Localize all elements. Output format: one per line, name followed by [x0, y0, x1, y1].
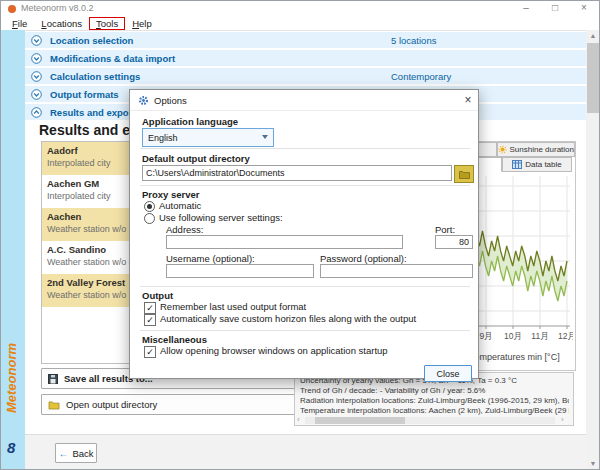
meteonorm-window: Meteonorm v8.0.2 – □ × File Locations To…	[0, 0, 600, 470]
password-input[interactable]	[320, 264, 473, 278]
username-label: Username (optional):	[166, 253, 255, 264]
output-dir-input[interactable]	[142, 165, 452, 181]
svg-text:12月: 12月	[558, 331, 573, 341]
version-number: 8	[7, 439, 15, 456]
chevron-down-icon	[31, 53, 42, 64]
output-dir-label: Default output directory	[142, 153, 250, 164]
svg-text:9月: 9月	[479, 331, 492, 341]
dialog-close-icon[interactable]: ×	[460, 92, 476, 108]
back-button[interactable]: ← Back	[55, 443, 97, 463]
menu-locations[interactable]: Locations	[34, 17, 89, 30]
menu-file[interactable]: File	[5, 17, 34, 30]
chevron-down-icon	[31, 35, 42, 46]
proxy-label: Proxy server	[142, 189, 200, 200]
accordion-modifications[interactable]: Modifications & data import	[25, 50, 586, 66]
window-title: Meteonorm v8.0.2	[21, 3, 94, 13]
save-icon	[48, 374, 58, 384]
horizontal-scrollbar[interactable]	[305, 417, 555, 424]
scroll-up-icon[interactable]: ▲	[586, 30, 600, 42]
close-window-button[interactable]: ×	[576, 2, 592, 14]
minimize-button[interactable]: –	[518, 2, 534, 14]
chart-legend: Temperatures min [°C]	[470, 352, 560, 362]
menu-help[interactable]: Help	[125, 17, 159, 30]
accordion-location-selection[interactable]: Location selection 5 locations	[25, 32, 586, 48]
brand-text: Meteonorm	[4, 333, 22, 423]
scroll-down-icon[interactable]: ▼	[586, 458, 600, 470]
browser-startup-checkbox[interactable]	[144, 346, 156, 358]
folder-icon	[459, 170, 470, 179]
menu-bar: File Locations Tools Help	[1, 16, 599, 31]
address-input[interactable]	[166, 235, 403, 249]
port-label: Port:	[435, 224, 455, 235]
maximize-button[interactable]: □	[547, 2, 563, 14]
scroll-right-icon[interactable]: ›	[561, 415, 564, 424]
svg-text:10月: 10月	[504, 331, 522, 341]
accordion-calculation-settings[interactable]: Calculation settings Contemporary	[25, 68, 586, 84]
sun-icon	[498, 145, 507, 154]
chevron-down-icon	[262, 135, 268, 139]
scroll-left-icon[interactable]: ‹	[297, 415, 300, 424]
save-horizon-checkbox[interactable]	[144, 314, 156, 326]
address-label: Address:	[166, 224, 204, 235]
menu-tools[interactable]: Tools	[89, 17, 125, 30]
svg-text:11月: 11月	[531, 331, 548, 341]
gear-icon	[138, 95, 149, 106]
back-arrow-icon: ←	[58, 448, 68, 459]
chevron-down-icon	[31, 71, 42, 82]
proxy-manual-radio[interactable]	[144, 213, 155, 224]
bottom-bar	[25, 434, 586, 470]
language-label: Application language	[142, 116, 238, 127]
chevron-up-icon	[31, 107, 42, 118]
table-icon	[512, 160, 522, 169]
tab-sunshine-duration[interactable]: Sunshine duration	[497, 142, 576, 157]
close-button[interactable]: Close	[424, 365, 472, 382]
tab-data-table[interactable]: Data table	[502, 157, 572, 172]
misc-section-label: Miscellaneous	[142, 334, 207, 345]
scrollbar-thumb[interactable]	[315, 417, 405, 424]
location-count: 5 locations	[391, 35, 436, 46]
language-select[interactable]: English	[142, 128, 274, 147]
options-dialog: Options × Application language English D…	[129, 89, 479, 379]
proxy-automatic-radio[interactable]	[144, 201, 155, 212]
port-input[interactable]	[435, 235, 473, 249]
remember-format-checkbox[interactable]	[144, 302, 156, 314]
username-input[interactable]	[166, 264, 314, 278]
vertical-scrollbar-thumb[interactable]	[587, 43, 599, 113]
password-label: Password (optional):	[320, 253, 407, 264]
app-icon	[8, 5, 16, 13]
dialog-titlebar: Options ×	[130, 90, 478, 111]
browse-folder-button[interactable]	[454, 165, 474, 183]
dialog-title: Options	[154, 95, 187, 106]
chevron-down-icon	[31, 89, 42, 100]
folder-icon	[48, 400, 60, 410]
calculation-setting-value: Contemporary	[391, 71, 451, 82]
output-section-label: Output	[142, 290, 173, 301]
